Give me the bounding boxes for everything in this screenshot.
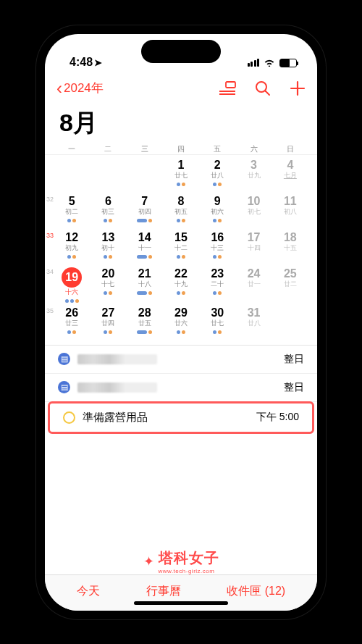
calendar-dot-icon: ▤ [58,381,70,393]
day-cell[interactable]: 11初八 [272,193,308,229]
day-lunar: 廿四 [101,319,114,328]
event-row[interactable]: ▤整日 [45,374,317,402]
day-number: 2 [214,159,221,172]
event-row[interactable]: 準備露營用品下午 5:00 [50,403,312,432]
day-lunar: 十三 [211,243,224,253]
day-cell[interactable]: 27廿四 [90,304,126,340]
weekday-cell: 六 [235,144,272,154]
location-icon: ➤ [94,57,102,68]
day-number: 1 [178,159,185,172]
day-cell[interactable]: 19十六 [54,265,90,304]
signal-icon [248,59,260,67]
week-number: 33 [46,232,54,239]
event-indicator [177,219,185,222]
day-cell[interactable]: 10初七 [235,193,272,229]
day-number: 8 [178,195,185,208]
day-cell[interactable]: 15十二 [163,229,199,265]
day-cell[interactable]: 28廿五 [127,304,163,340]
phone-frame: 4:48➤ ‹ 2024年 [36,25,326,619]
watermark-sub: www.tech-girlz.com [159,568,215,574]
weekday-header: 一二三四五六日 [45,144,317,155]
tab-bar: 今天 行事曆 收件匣 (12) [45,574,317,611]
day-cell[interactable]: 14十一 [127,229,163,265]
day-cell[interactable]: 29廿六 [163,304,199,340]
day-lunar: 廿八 [248,319,261,328]
weekday-cell: 日 [272,144,308,154]
day-lunar: 十一 [138,243,151,253]
day-cell[interactable]: 25廿二 [272,265,308,304]
chevron-left-icon: ‹ [56,80,62,97]
day-lunar: 初四 [138,207,151,217]
day-lunar: 十五 [284,243,297,253]
weekday-cell: 四 [163,144,199,154]
day-number: 14 [138,231,151,244]
back-button[interactable]: ‹ 2024年 [56,80,104,97]
day-cell[interactable]: 18十五 [272,229,308,265]
wifi-icon [264,57,275,69]
day-number: 5 [69,195,75,208]
dynamic-island [141,40,221,63]
day-cell[interactable]: 17十四 [235,229,272,265]
event-row[interactable]: ▤整日 [45,346,317,374]
event-indicator [137,255,152,259]
event-indicator [67,330,76,334]
day-number: 25 [284,267,297,280]
day-cell[interactable]: 4七月 [272,156,308,193]
tab-inbox[interactable]: 收件匣 (12) [227,584,285,599]
back-label: 2024年 [64,80,104,96]
event-indicator [213,255,222,259]
weekday-cell: 二 [90,144,126,154]
event-indicator [177,183,185,186]
day-cell[interactable]: 1廿七 [163,156,199,193]
event-title: 準備露營用品 [83,411,256,425]
tab-calendars[interactable]: 行事曆 [146,584,181,599]
day-cell[interactable]: 21十八 [127,265,163,304]
weekday-cell: 一 [54,144,90,154]
day-lunar: 廿一 [248,280,261,289]
day-lunar: 廿六 [174,319,188,328]
day-cell[interactable]: 9初六 [199,193,235,229]
day-cell[interactable]: 31廿八 [235,304,272,340]
day-cell[interactable]: 13初十 [90,229,126,265]
day-cell[interactable]: 30廿七 [199,304,235,340]
event-indicator [213,183,222,186]
day-lunar: 十六 [65,288,78,297]
event-time: 下午 5:00 [256,411,299,424]
day-number: 19 [62,267,82,288]
month-title: 8月 [45,105,317,144]
day-lunar: 廿三 [65,319,78,328]
day-lunar: 二十 [211,280,224,289]
tab-today[interactable]: 今天 [77,584,100,599]
day-cell[interactable]: 20十七 [90,265,126,304]
week-row: 325初二6初三7初四8初五9初六10初七11初八 [54,193,308,229]
day-cell[interactable]: 7初四 [127,193,163,229]
event-indicator [213,219,222,222]
day-cell[interactable]: 23二十 [199,265,235,304]
day-number: 22 [174,267,188,280]
event-indicator [137,330,152,334]
day-number: 4 [287,159,293,172]
week-number: 35 [46,307,54,314]
day-cell[interactable]: 3廿九 [235,156,272,193]
day-cell[interactable]: 26廿三 [54,304,90,340]
calendar-grid: 1廿七2廿八3廿九4七月325初二6初三7初四8初五9初六10初七11初八331… [45,155,317,345]
day-cell[interactable]: 22十九 [163,265,199,304]
day-lunar: 初七 [248,207,261,217]
day-lunar: 初二 [65,207,78,217]
day-number: 17 [248,231,261,244]
day-cell[interactable]: 12初九 [54,229,90,265]
day-number: 21 [138,267,151,280]
nav-bar: ‹ 2024年 [45,72,317,105]
day-cell[interactable]: 8初五 [163,193,199,229]
day-cell[interactable]: 2廿八 [199,156,235,193]
search-icon[interactable] [255,80,271,96]
add-icon[interactable] [290,80,306,96]
day-cell[interactable]: 16十三 [199,229,235,265]
day-cell[interactable]: 6初三 [90,193,126,229]
view-mode-icon[interactable] [219,81,236,96]
day-cell[interactable]: 5初二 [54,193,90,229]
day-lunar: 十四 [248,243,261,253]
day-number: 10 [248,195,261,208]
calendar-dot-icon: ▤ [58,353,70,365]
day-cell[interactable]: 24廿一 [235,265,272,304]
